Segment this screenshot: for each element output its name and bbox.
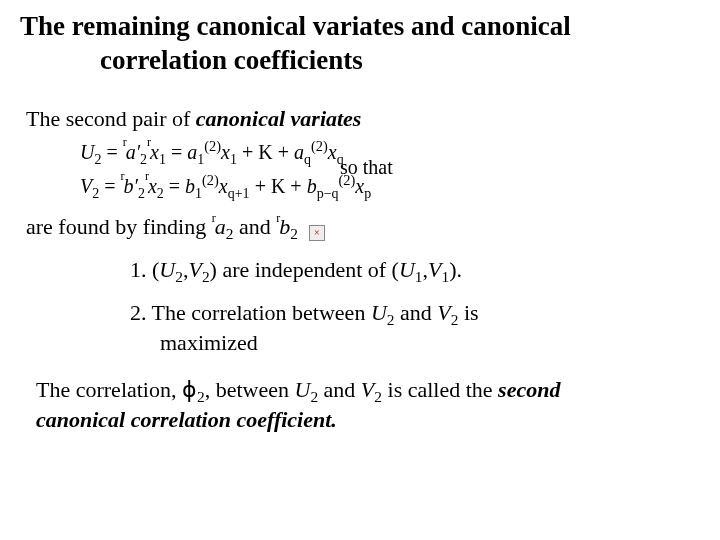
li1-v1: V: [428, 257, 441, 282]
concl-usub: 2: [310, 388, 318, 405]
equation-block: U2 = ra′2rx1 = a1(2)x1 + K + aq(2)xq V2 …: [80, 136, 700, 208]
found-and: and: [233, 214, 276, 239]
b2-sub: 2: [290, 225, 298, 242]
u-dots: K: [258, 140, 272, 162]
li2-v: V: [437, 300, 450, 325]
concl-p1: The correlation,: [36, 377, 182, 402]
x1-var-sub: 1: [230, 151, 237, 166]
vec-x2-arrow: r: [145, 169, 148, 184]
slide-title: The remaining canonical variates and can…: [20, 10, 700, 78]
vec-a-arrow: r: [123, 135, 126, 150]
a1-sup: (2): [204, 138, 221, 154]
li2-is: is: [458, 300, 478, 325]
vec-b2-arrow: r: [276, 211, 279, 226]
intro-prefix: The second pair of: [26, 106, 196, 131]
u-sub: 2: [94, 151, 101, 166]
li1-u1sub: 1: [415, 268, 423, 285]
concl-emph1: second: [498, 377, 560, 402]
b-prime-sub: 2: [138, 185, 145, 200]
li2-num: 2. The correlation between: [130, 300, 371, 325]
concl-and: and: [318, 377, 361, 402]
conclusion: The correlation, ϕ2, between U2 and V2 i…: [36, 376, 700, 434]
x-var-2: x: [148, 174, 157, 196]
li2-u: U: [371, 300, 387, 325]
li1-u1: U: [399, 257, 415, 282]
xq1-var: x: [219, 174, 228, 196]
xq-var: x: [328, 140, 337, 162]
vec-b-arrow: r: [121, 169, 124, 184]
concl-vsub: 2: [374, 388, 382, 405]
li1-usub: 2: [175, 268, 183, 285]
li1-end: ).: [449, 257, 462, 282]
v-sub: 2: [92, 185, 99, 200]
list-item-1: 1. (U2,V2) are independent of (U1,V1).: [130, 257, 700, 286]
v-dots: K: [271, 174, 285, 196]
a-prime-sub: 2: [140, 151, 147, 166]
u-var: U: [80, 140, 94, 162]
xq1-sub: q+1: [228, 185, 250, 200]
x2-sub: 2: [157, 185, 164, 200]
equation-u: U2 = ra′2rx1 = a1(2)x1 + K + aq(2)xq: [80, 138, 344, 168]
list-item-2: 2. The correlation between U2 and V2 is …: [130, 300, 700, 355]
concl-p3: is called the: [382, 377, 498, 402]
aq-sub: q: [304, 151, 311, 166]
aq-sup: (2): [311, 138, 328, 154]
a-prime: a′: [126, 140, 140, 162]
found-prefix: are found by finding: [26, 214, 212, 239]
phi-sub: 2: [197, 388, 205, 405]
b2-var: b: [279, 214, 290, 239]
missing-glyph-icon: ×: [309, 225, 325, 241]
b1-sup: (2): [202, 172, 219, 188]
li1-mid: ) are independent of (: [210, 257, 399, 282]
intro-line: The second pair of canonical variates: [26, 106, 700, 132]
condition-list: 1. (U2,V2) are independent of (U1,V1). 2…: [130, 257, 700, 356]
concl-v: V: [361, 377, 374, 402]
v-var: V: [80, 174, 92, 196]
title-line2: correlation coefficients: [20, 44, 700, 78]
a1-coef: a: [187, 140, 197, 162]
bp-coef: b: [307, 174, 317, 196]
bp-sub: p−q: [317, 185, 339, 200]
aq-coef: a: [294, 140, 304, 162]
x1-sub: 1: [159, 151, 166, 166]
li1-vsub: 2: [202, 268, 210, 285]
li1-v: V: [188, 257, 201, 282]
li2-and: and: [394, 300, 437, 325]
concl-u: U: [295, 377, 311, 402]
found-line: are found by finding ra2 and rb2 ×: [26, 214, 700, 243]
li1-u: U: [159, 257, 175, 282]
b1-sub: 1: [195, 185, 202, 200]
x-var-1: x: [150, 140, 159, 162]
li2-cont: maximized: [130, 330, 700, 356]
title-line1: The remaining canonical variates and can…: [20, 10, 700, 44]
b1-coef: b: [185, 174, 195, 196]
so-that-text: so that: [340, 156, 393, 179]
a2-var: a: [215, 214, 226, 239]
concl-emph2: canonical correlation coefficient.: [36, 407, 337, 432]
li1-num: 1. (: [130, 257, 159, 282]
x1-var: x: [221, 140, 230, 162]
vec-x1-arrow: r: [147, 135, 150, 150]
intro-emph: canonical variates: [196, 106, 362, 131]
equation-v: V2 = rb′2rx2 = b1(2)xq+1 + K + bp−q(2)xp: [80, 172, 371, 202]
concl-p2: , between: [205, 377, 295, 402]
vec-a2-arrow: r: [212, 211, 215, 226]
phi-symbol: ϕ: [182, 377, 197, 402]
xp-sub: p: [364, 185, 371, 200]
b-prime: b′: [124, 174, 138, 196]
